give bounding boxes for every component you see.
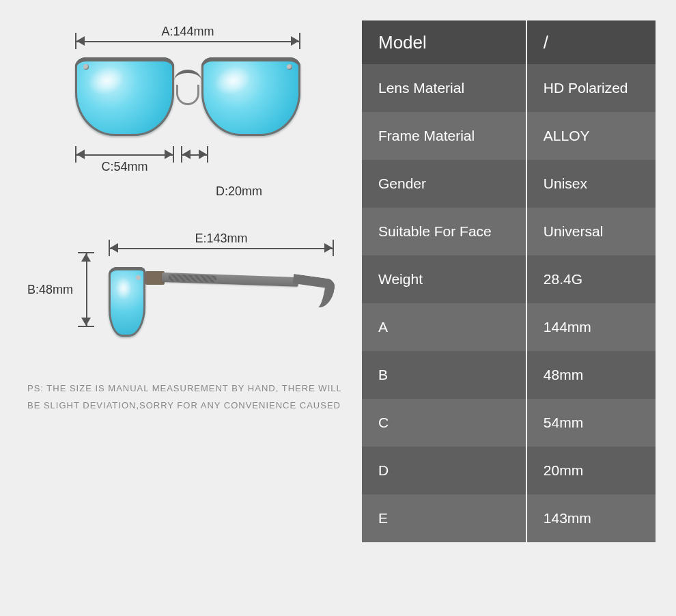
spec-key: B — [362, 351, 526, 399]
spec-value: Unisex — [526, 160, 656, 208]
spec-value: Universal — [526, 208, 656, 255]
spec-value: HD Polarized — [526, 64, 656, 112]
table-row: Weight28.4G — [362, 255, 656, 303]
table-row: E143mm — [362, 494, 656, 542]
spec-table-header: Model / — [362, 20, 656, 64]
spec-table: Model / Lens MaterialHD PolarizedFrame M… — [362, 20, 656, 542]
dimension-b-label: B:48mm — [27, 283, 73, 297]
spec-value: 143mm — [526, 494, 656, 542]
sunglasses-front-view — [75, 57, 300, 139]
dimension-e: E:143mm — [109, 240, 334, 256]
spec-value: ALLOY — [526, 112, 656, 160]
spec-key: A — [362, 303, 526, 351]
dimension-a: A:144mm — [75, 33, 300, 49]
diagram-panel: A:144mm C:54mm D:20mm B:48mm — [27, 20, 362, 596]
spec-key: Frame Material — [362, 112, 526, 160]
table-row: C54mm — [362, 399, 656, 447]
spec-value: 144mm — [526, 303, 656, 351]
dimension-e-label: E:143mm — [191, 232, 251, 246]
spec-key: Gender — [362, 160, 526, 208]
sunglasses-side-view — [109, 264, 334, 339]
spec-key: Weight — [362, 255, 526, 303]
spec-key: C — [362, 399, 526, 447]
footnote-line: BE SLIGHT DEVIATION,SORRY FOR ANY CONVEN… — [27, 397, 348, 415]
dimension-a-label: A:144mm — [157, 25, 218, 39]
table-row: Lens MaterialHD Polarized — [362, 64, 656, 112]
spec-value: 54mm — [526, 399, 656, 447]
table-row: GenderUnisex — [362, 160, 656, 208]
spec-header-val: / — [526, 20, 656, 64]
spec-key: Suitable For Face — [362, 208, 526, 255]
footnote: PS: THE SIZE IS MANUAL MEASUREMENT BY HA… — [27, 380, 348, 414]
dimension-c-label: C:54mm — [97, 160, 152, 174]
dimension-c: C:54mm — [75, 146, 174, 163]
table-row: B48mm — [362, 351, 656, 399]
dimension-d-label: D:20mm — [75, 184, 300, 199]
footnote-line: PS: THE SIZE IS MANUAL MEASUREMENT BY HA… — [27, 380, 348, 397]
table-row: A144mm — [362, 303, 656, 351]
table-row: Frame MaterialALLOY — [362, 112, 656, 160]
table-row: Suitable For FaceUniversal — [362, 208, 656, 255]
spec-header-key: Model — [362, 20, 526, 64]
spec-value: 28.4G — [526, 255, 656, 303]
spec-value: 20mm — [526, 447, 656, 494]
spec-key: D — [362, 447, 526, 494]
dimension-b: B:48mm — [78, 252, 94, 327]
spec-value: 48mm — [526, 351, 656, 399]
spec-table-panel: Model / Lens MaterialHD PolarizedFrame M… — [362, 20, 656, 596]
dimension-d — [181, 146, 208, 163]
table-row: D20mm — [362, 447, 656, 494]
spec-key: E — [362, 494, 526, 542]
spec-key: Lens Material — [362, 64, 526, 112]
